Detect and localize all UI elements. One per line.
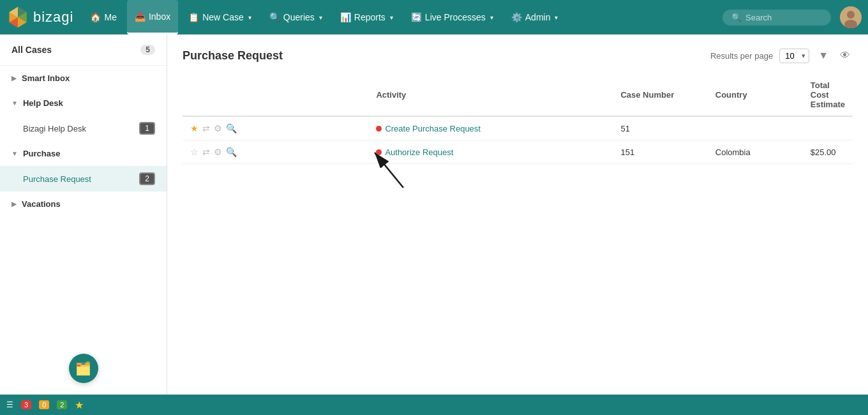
logo-text: bizagi [33, 9, 73, 26]
row-0-actions: ★⇄⚙🔍 [183, 116, 368, 140]
inbox-icon: 📥 [135, 11, 146, 22]
nav-inbox-label: Inbox [149, 11, 170, 22]
page-title: Purchase Request [183, 49, 283, 63]
app-layout: All Cases 5 ▶ Smart Inbox ▼ Help Desk Bi… [0, 34, 868, 395]
bottom-star[interactable]: ★ [75, 399, 84, 411]
bottom-red-item[interactable]: 3 [21, 400, 31, 409]
logo[interactable]: bizagi [6, 6, 73, 29]
row-1-activity-link[interactable]: Authorize Request [385, 147, 453, 157]
all-cases-label: All Cases [11, 45, 52, 55]
nav-me-label: Me [104, 12, 116, 22]
row-1-actions: ☆⇄⚙🔍 [183, 140, 368, 164]
help-desk-arrow: ▼ [11, 100, 18, 107]
row-1-activity: Authorize Request [368, 140, 613, 164]
new-case-icon: 📋 [188, 12, 199, 22]
row-1-search-icon[interactable]: 🔍 [226, 147, 237, 157]
row-0-process-icon[interactable]: ⚙ [214, 123, 222, 133]
row-0-total-cost [803, 116, 853, 140]
row-1-delegate-icon[interactable]: ⇄ [202, 147, 210, 157]
nav-new-case[interactable]: 📋 New Case ▾ [181, 0, 259, 34]
purchase-label: Purchase [23, 149, 61, 158]
filter-button[interactable]: ▼ [816, 47, 831, 64]
logo-icon [6, 6, 29, 29]
purchase-request-badge: 2 [139, 172, 155, 185]
row-1-case-number[interactable]: 151 [613, 140, 707, 164]
nav-inbox[interactable]: 📥 Inbox [127, 0, 178, 34]
nav-live-label: Live Processes [425, 12, 486, 22]
search-icon: 🔍 [269, 12, 280, 22]
vacations-section: ▶ Vacations [0, 192, 167, 216]
smart-inbox-label: Smart Inbox [22, 73, 70, 83]
smart-inbox-arrow: ▶ [11, 75, 17, 82]
results-per-page-select[interactable]: 10 20 50 [779, 49, 809, 63]
nav-live-processes[interactable]: 🔄 Live Processes ▾ [403, 0, 501, 34]
row-0-star[interactable]: ★ [190, 123, 198, 133]
fab-button[interactable]: 🗂️ [69, 354, 98, 383]
new-case-caret: ▾ [248, 14, 251, 21]
row-1-status-dot [376, 149, 382, 155]
row-1-total-cost: $25.00 [803, 140, 853, 164]
vacations-item[interactable]: ▶ Vacations [0, 192, 167, 216]
nav-reports[interactable]: 📊 Reports ▾ [333, 0, 401, 34]
help-desk-section: ▼ Help Desk Bizagi Help Desk 1 [0, 91, 167, 141]
sidebar: All Cases 5 ▶ Smart Inbox ▼ Help Desk Bi… [0, 34, 167, 395]
home-icon: 🏠 [90, 12, 101, 22]
nav-queries[interactable]: 🔍 Queries ▾ [262, 0, 330, 34]
help-desk-header[interactable]: ▼ Help Desk [0, 91, 167, 116]
search-bar[interactable]: 🔍 [722, 10, 831, 26]
table-row: ★⇄⚙🔍Create Purchase Request51 [183, 116, 853, 140]
nav-new-case-label: New Case [202, 12, 244, 22]
row-0-delegate-icon[interactable]: ⇄ [202, 123, 210, 133]
list-icon: ☰ [6, 400, 13, 409]
queries-caret: ▾ [319, 14, 322, 21]
th-actions [183, 74, 368, 116]
svg-point-6 [847, 11, 855, 19]
row-0-action-group: ★⇄⚙🔍 [190, 123, 361, 133]
row-0-status-dot [376, 126, 382, 132]
live-icon: 🔄 [411, 12, 422, 22]
vacations-label: Vacations [22, 199, 61, 209]
gear-icon: ⚙️ [511, 12, 522, 22]
row-0-country [708, 116, 803, 140]
bottom-yellow-item[interactable]: 0 [39, 400, 49, 409]
th-activity: Activity [368, 74, 613, 116]
nav-me[interactable]: 🏠 Me [82, 0, 124, 34]
user-avatar[interactable] [840, 6, 862, 28]
nav-admin[interactable]: ⚙️ Admin ▾ [504, 0, 566, 34]
bottom-green-item[interactable]: 2 [57, 400, 67, 409]
view-options-button[interactable]: 👁 [837, 47, 853, 64]
main-header: Purchase Request Results per page 10 20 … [183, 47, 853, 64]
help-desk-label: Help Desk [23, 98, 63, 108]
bottom-bar: ☰ 3 0 2 ★ [0, 395, 868, 415]
row-0-case-number[interactable]: 51 [613, 116, 707, 140]
bottom-list-icon[interactable]: ☰ [6, 400, 13, 409]
bizagi-help-desk-item[interactable]: Bizagi Help Desk 1 [0, 116, 167, 141]
row-1-star[interactable]: ☆ [190, 147, 198, 157]
smart-inbox-item[interactable]: ▶ Smart Inbox [0, 66, 167, 91]
table-header-row: Activity Case Number Country Total Cost … [183, 74, 853, 116]
search-nav-icon: 🔍 [731, 13, 742, 22]
row-0-search-icon[interactable]: 🔍 [226, 123, 237, 133]
top-navigation: bizagi 🏠 Me 📥 Inbox 📋 New Case ▾ 🔍 Queri… [0, 0, 868, 34]
all-cases-item[interactable]: All Cases 5 [0, 34, 167, 66]
th-total-cost: Total Cost Estimate [803, 74, 853, 116]
admin-caret: ▾ [555, 14, 558, 21]
red-badge: 3 [21, 400, 31, 409]
fab-icon: 🗂️ [75, 361, 91, 376]
main-controls: Results per page 10 20 50 ▼ 👁 [710, 47, 853, 64]
row-1-process-icon[interactable]: ⚙ [214, 147, 222, 157]
purchase-section: ▼ Purchase Purchase Request 2 [0, 141, 167, 192]
table-head: Activity Case Number Country Total Cost … [183, 74, 853, 116]
inbox-table: Activity Case Number Country Total Cost … [183, 74, 853, 164]
row-1-country: Colombia [708, 140, 803, 164]
th-country: Country [708, 74, 803, 116]
main-content: Purchase Request Results per page 10 20 … [167, 34, 868, 395]
th-case-number: Case Number [613, 74, 707, 116]
row-0-activity-link[interactable]: Create Purchase Request [385, 124, 481, 133]
purchase-request-item[interactable]: Purchase Request 2 [0, 166, 167, 192]
purchase-header[interactable]: ▼ Purchase [0, 141, 167, 166]
smart-inbox-section: ▶ Smart Inbox [0, 66, 167, 91]
bizagi-help-desk-badge: 1 [139, 122, 155, 135]
live-caret: ▾ [490, 14, 493, 21]
search-input[interactable] [745, 13, 822, 22]
